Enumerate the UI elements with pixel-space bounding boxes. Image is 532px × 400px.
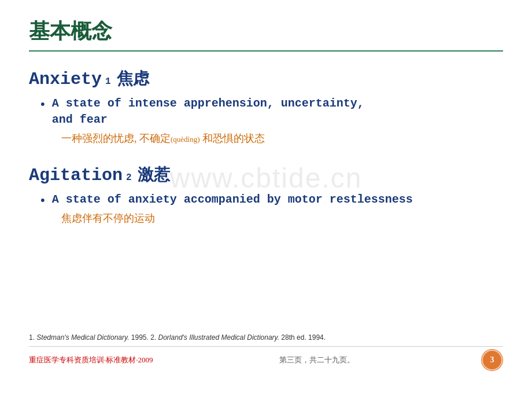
agitation-term-cn: 激惹 [138,164,170,186]
anxiety-term-cn: 焦虑 [117,68,149,90]
page-info: 第三页，共二十九页。 [153,355,482,365]
anxiety-bullet-text: A state of intense apprehension, uncerta… [52,96,364,128]
bottom-link[interactable]: 重症医学专科资质培训·标准教材·2009 [29,355,153,365]
main-title: 基本概念 [29,17,503,46]
anxiety-section: Anxiety 1 焦虑 • A state of intense appreh… [29,68,503,145]
bullet-dot-2: • [40,193,45,208]
title-divider [29,50,503,52]
page-badge: 3 [481,349,503,371]
agitation-heading: Agitation 2 激惹 [29,164,503,186]
bottom-bar: 重症医学专科资质培训·标准教材·2009 第三页，共二十九页。 3 [29,346,503,371]
anxiety-translation: 一种强烈的忧虑, 不确定(quèdìng) 和恐惧的状态 [61,131,503,145]
agitation-translation: 焦虑伴有不停的运动 [61,211,503,225]
page-number: 3 [490,355,494,365]
anxiety-sup: 1 [105,76,111,87]
agitation-bullet-text: A state of anxiety accompanied by motor … [52,192,413,208]
anxiety-term-en: Anxiety [29,69,102,89]
anxiety-heading: Anxiety 1 焦虑 [29,68,503,90]
footnote: 1. Stedman's Medical Dictionary. 1995. 2… [29,333,503,342]
anxiety-bullet: • A state of intense apprehension, uncer… [40,96,503,128]
agitation-section: Agitation 2 激惹 • A state of anxiety acco… [29,164,503,225]
title-section: 基本概念 [29,17,503,52]
agitation-sup: 2 [126,173,132,183]
footer-section: 1. Stedman's Medical Dictionary. 1995. 2… [29,333,503,371]
agitation-bullet: • A state of anxiety accompanied by moto… [40,192,503,208]
slide-container: 基本概念 www.cbtide.cn Anxiety 1 焦虑 • A stat… [0,0,532,400]
bullet-dot-1: • [40,97,45,112]
agitation-term-en: Agitation [29,166,123,185]
